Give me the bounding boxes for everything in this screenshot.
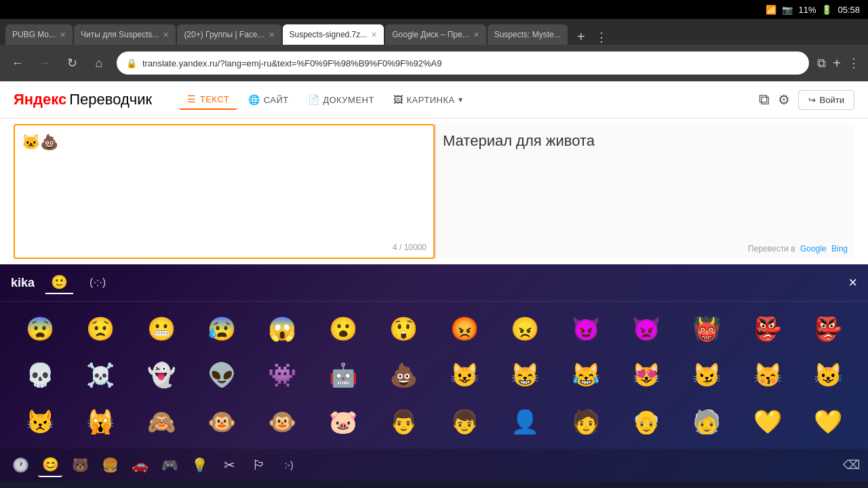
tab-close-icon[interactable]: ✕ [163,30,169,39]
emoji-yellow-heart[interactable]: 💛 [738,400,796,443]
emoji-tab[interactable]: 🙂 [45,271,73,294]
emoji-angry-pink[interactable]: 😠 [496,307,553,350]
char-count: 4 / 10000 [393,243,427,252]
menu-button[interactable]: ⋮ [592,30,611,45]
kika-logo: kika [11,276,35,290]
emoji-monkey[interactable]: 🐵 [193,400,250,443]
emoji-devil-dark[interactable]: 👿 [617,307,675,350]
reload-button[interactable]: ↻ [62,56,81,70]
emoji-cat-scream[interactable]: 🙀 [71,400,129,443]
tab-close-icon[interactable]: ✕ [473,30,479,39]
emoji-cat-heart-eyes[interactable]: 😻 [617,353,675,396]
emoji-space-invader[interactable]: 👾 [254,353,311,396]
nav-site[interactable]: 🌐 САЙТ [240,90,297,109]
emoji-bust[interactable]: 👤 [496,400,553,443]
address-bar: ← → ↻ ⌂ 🔒 translate.yandex.ru/?lang=emj-… [0,45,868,81]
status-bar: 📶 📷 11% 🔋 05:58 [0,0,868,19]
new-tab-button[interactable]: + [572,29,591,45]
login-button[interactable]: ↪ Войти [798,90,854,110]
tab-suspects-mystery[interactable]: Suspects: Myste... [488,24,568,45]
emoji-cat-pouting[interactable]: 😾 [11,400,68,443]
emoji-cat-grin[interactable]: 😺 [435,353,493,396]
forward-button[interactable]: → [35,56,54,70]
emoji-ghost[interactable]: 👻 [132,353,190,396]
tab-pubg[interactable]: PUBG Mo... ✕ [5,24,73,45]
emoji-person[interactable]: 🧑 [557,400,614,443]
settings-button[interactable]: ⚙ [778,92,790,108]
input-text[interactable]: 🐱💩 [22,132,427,173]
tab-label: Suspects-signed.7z... [290,30,368,39]
kb-objects-icon[interactable]: 💡 [187,453,212,477]
kb-tools-icon[interactable]: ✂ [217,453,241,477]
tab-google-disk[interactable]: Google Диск – Пре... ✕ [385,24,486,45]
emoji-elder[interactable]: 🧓 [678,400,736,443]
emoji-cat-grinning[interactable]: 😸 [496,353,553,396]
keyboard-delete-button[interactable]: ⌫ [843,458,860,472]
yandex-brand: Яндекс [14,91,66,108]
emoji-skull-crossbones[interactable]: ☠️ [71,353,129,396]
back-button[interactable]: ← [8,56,27,70]
emoji-cat-extra[interactable]: 😺 [800,353,857,396]
emoji-robot[interactable]: 🤖 [314,353,372,396]
emoji-astonished[interactable]: 😲 [375,307,433,350]
tab-close-icon[interactable]: ✕ [371,30,377,39]
bing-translate-link[interactable]: Bing [831,244,848,253]
emoji-nauseated[interactable]: 😨 [11,307,68,350]
tab-chity[interactable]: Читы для Suspects... ✕ [74,24,176,45]
emoji-cat-relieved[interactable]: 😽 [738,353,796,396]
emoji-pig[interactable]: 🐷 [314,400,372,443]
url-bar[interactable]: 🔒 translate.yandex.ru/?lang=emj-ru&text=… [117,52,809,75]
kb-bear-icon[interactable]: 🐻 [68,453,92,477]
emoji-open-mouth[interactable]: 😮 [314,307,372,350]
keyboard-close-button[interactable]: × [848,274,857,291]
emoji-see-no-evil[interactable]: 🙈 [132,400,190,443]
emoji-angry-red[interactable]: 😡 [435,307,493,350]
kb-emoji-icon[interactable]: 😊 [38,453,62,477]
emoji-man[interactable]: 👨 [375,400,433,443]
emoji-ogre-red[interactable]: 👹 [678,307,736,350]
kb-recent-icon[interactable]: 🕐 [8,453,33,477]
tab-suspects-signed[interactable]: Suspects-signed.7z... ✕ [283,24,384,45]
emoji-alien[interactable]: 👽 [193,353,250,396]
emoji-skull[interactable]: 💀 [11,353,68,396]
emoji-old-man[interactable]: 👴 [617,400,675,443]
google-translate-link[interactable]: Google [800,244,827,253]
emoji-cold-sweat[interactable]: 😰 [193,307,250,350]
emoticon-tab[interactable]: (·:·) [84,274,111,291]
emoji-grid: 😨 😟 😬 😰 😱 😮 😲 😡 😠 😈 👿 👹 👺 👺 💀 ☠️ 👻 👽 👾 🤖… [0,302,868,449]
emoji-goblin-red[interactable]: 👺 [738,307,796,350]
translation-input-panel[interactable]: 🐱💩 4 / 10000 [14,124,435,259]
kb-emoticon-icon[interactable]: :-) [277,453,301,477]
add-tab-button[interactable]: + [833,56,841,71]
nav-doc[interactable]: 📄 ДОКУМЕНТ [300,90,382,109]
kb-food-icon[interactable]: 🍔 [98,453,122,477]
nav-image[interactable]: 🖼 КАРТИНКА ▾ [385,90,471,109]
tab-close-icon[interactable]: ✕ [60,30,66,39]
emoji-monkey2[interactable]: 🐵 [254,400,311,443]
time-display: 05:58 [837,5,860,15]
overflow-menu-button[interactable]: ⋮ [848,56,860,70]
emoji-grimacing[interactable]: 😬 [132,307,190,350]
tab-close-icon[interactable]: ✕ [269,30,275,39]
emoji-extra1[interactable]: 👺 [800,307,857,350]
emoji-devil-purple[interactable]: 😈 [557,307,614,350]
emoji-fearful[interactable]: 😱 [254,307,311,350]
output-text: Материал для живота [443,131,848,152]
emoji-worried[interactable]: 😟 [71,307,129,350]
nav-text-label: ТЕКСТ [200,94,229,104]
tab-facebook[interactable]: (20+) Группы | Face... ✕ [177,24,281,45]
tabs-overview-button[interactable]: ⧉ [817,56,826,70]
kb-activity-icon[interactable]: 🎮 [157,453,182,477]
home-button[interactable]: ⌂ [90,56,108,70]
emoji-extra2[interactable]: 💛 [800,400,857,443]
kb-travel-icon[interactable]: 🚗 [127,453,152,477]
emoji-poop[interactable]: 💩 [375,353,433,396]
emoji-boy[interactable]: 👦 [435,400,493,443]
copy-button[interactable]: ⧉ [759,91,770,108]
wifi-icon: 📶 [766,5,776,15]
nav-text[interactable]: ☰ ТЕКСТ [179,89,237,110]
kb-flags-icon[interactable]: 🏳 [247,453,271,477]
nav-site-label: САЙТ [264,95,289,105]
emoji-cat-smirk[interactable]: 😼 [678,353,736,396]
emoji-cat-joy[interactable]: 😹 [557,353,614,396]
